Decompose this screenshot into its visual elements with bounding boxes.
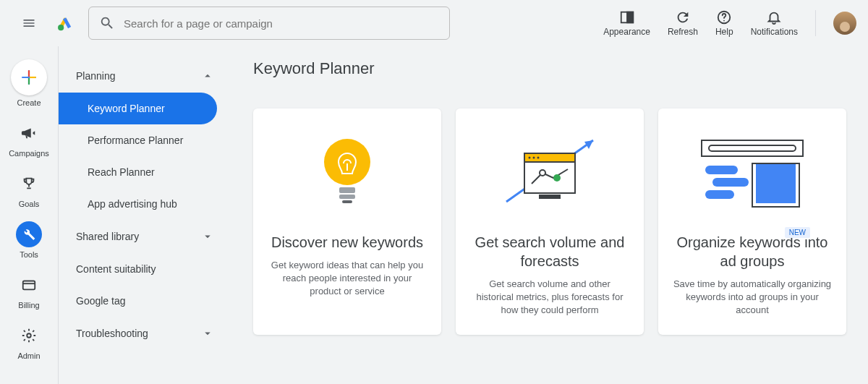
svg-point-17: [533, 157, 535, 159]
organize-keywords-card[interactable]: NEW Organize keywords into ad groups Sav…: [658, 108, 846, 335]
goals-nav[interactable]: Goals: [16, 171, 42, 208]
megaphone-icon: [21, 125, 37, 141]
help-icon: [716, 9, 732, 25]
card-desc: Save time by automatically organizing ke…: [673, 278, 832, 317]
shared-library-label: Shared library: [76, 231, 139, 242]
chevron-up-icon: [201, 69, 214, 82]
search-input[interactable]: [124, 17, 439, 30]
card-title: Discover new keywords: [271, 233, 423, 252]
hamburger-icon[interactable]: [12, 6, 46, 40]
divider: [815, 10, 816, 36]
refresh-icon: [675, 9, 691, 25]
reach-planner-item[interactable]: Reach Planner: [59, 156, 231, 188]
svg-rect-22: [702, 140, 803, 156]
admin-nav[interactable]: Admin: [16, 323, 42, 360]
svg-rect-15: [524, 153, 575, 162]
bell-icon: [766, 9, 782, 25]
planning-section[interactable]: Planning: [59, 59, 231, 93]
svg-point-0: [58, 25, 64, 30]
trophy-icon: [21, 176, 37, 192]
card-desc: Get keyword ideas that can help you reac…: [268, 259, 427, 299]
new-badge: NEW: [785, 227, 810, 238]
refresh-button[interactable]: Refresh: [668, 9, 698, 37]
svg-rect-5: [23, 281, 35, 290]
nav-rail: Create Campaigns Goals Tools Billing Adm…: [0, 46, 58, 384]
notifications-label: Notifications: [751, 27, 798, 37]
goals-label: Goals: [19, 200, 40, 208]
svg-rect-28: [705, 190, 734, 199]
svg-point-16: [529, 157, 531, 159]
search-icon: [99, 15, 115, 31]
create-button[interactable]: Create: [11, 59, 47, 107]
google-ads-logo[interactable]: [55, 12, 75, 35]
performance-planner-item[interactable]: Performance Planner: [59, 124, 231, 156]
page-title: Keyword Planner: [253, 59, 846, 78]
app-advertising-hub-item[interactable]: App advertising hub: [59, 188, 231, 220]
appearance-label: Appearance: [603, 27, 650, 37]
card-title: Get search volume and forecasts: [470, 233, 629, 270]
plus-icon: [20, 68, 38, 87]
svg-rect-9: [339, 187, 355, 193]
content: Keyword Planner Discover new keywords Ge…: [231, 46, 868, 384]
discover-keywords-card[interactable]: Discover new keywords Get keyword ideas …: [253, 108, 441, 335]
search-bar[interactable]: [88, 7, 450, 40]
svg-point-8: [324, 139, 370, 185]
svg-point-18: [537, 157, 540, 159]
help-label: Help: [715, 27, 733, 37]
refresh-label: Refresh: [668, 27, 698, 37]
card-desc: Get search volume and other historical m…: [470, 278, 629, 317]
content-suitability-item[interactable]: Content suitability: [59, 253, 231, 285]
gear-icon: [21, 328, 37, 344]
planning-label: Planning: [76, 70, 116, 82]
appearance-icon: [619, 9, 635, 25]
google-tag-label: Google tag: [76, 295, 126, 307]
tools-nav[interactable]: Tools: [16, 221, 42, 259]
help-button[interactable]: Help: [715, 9, 733, 37]
subpanel: Planning Keyword Planner Performance Pla…: [58, 46, 231, 384]
svg-rect-10: [339, 195, 355, 199]
avatar[interactable]: [833, 12, 856, 35]
lightbulb-icon: [315, 126, 380, 220]
svg-rect-21: [539, 195, 561, 199]
svg-rect-26: [705, 166, 738, 174]
svg-point-7: [27, 333, 31, 338]
card-title: Organize keywords into ad groups: [673, 233, 832, 270]
notifications-button[interactable]: Notifications: [751, 9, 798, 37]
credit-card-icon: [21, 277, 37, 293]
chevron-down-icon: [201, 327, 214, 340]
topbar: Appearance Refresh Help Notifications: [0, 0, 868, 46]
shared-library-section[interactable]: Shared library: [59, 220, 231, 253]
svg-rect-2: [627, 12, 633, 23]
create-label: Create: [17, 98, 41, 107]
admin-label: Admin: [17, 351, 40, 360]
troubleshooting-label: Troubleshooting: [76, 328, 148, 339]
svg-rect-24: [756, 163, 796, 203]
svg-rect-11: [342, 200, 352, 203]
billing-nav[interactable]: Billing: [16, 272, 42, 310]
ad-groups-icon: [694, 126, 810, 220]
google-tag-item[interactable]: Google tag: [59, 285, 231, 317]
keyword-planner-item[interactable]: Keyword Planner: [59, 93, 217, 124]
appearance-button[interactable]: Appearance: [603, 9, 650, 37]
tools-icon: [22, 227, 36, 242]
chevron-down-icon: [201, 230, 214, 243]
tools-label: Tools: [20, 250, 38, 259]
svg-point-19: [540, 170, 545, 176]
campaigns-label: Campaigns: [9, 149, 49, 158]
content-suitability-label: Content suitability: [76, 263, 156, 275]
svg-point-4: [723, 20, 725, 22]
troubleshooting-section[interactable]: Troubleshooting: [59, 317, 231, 350]
search-volume-card[interactable]: Get search volume and forecasts Get sear…: [456, 108, 644, 335]
svg-point-20: [553, 174, 561, 182]
campaigns-nav[interactable]: Campaigns: [9, 120, 49, 158]
svg-rect-27: [712, 178, 749, 187]
billing-label: Billing: [18, 301, 39, 310]
chart-arrow-icon: [499, 126, 600, 220]
